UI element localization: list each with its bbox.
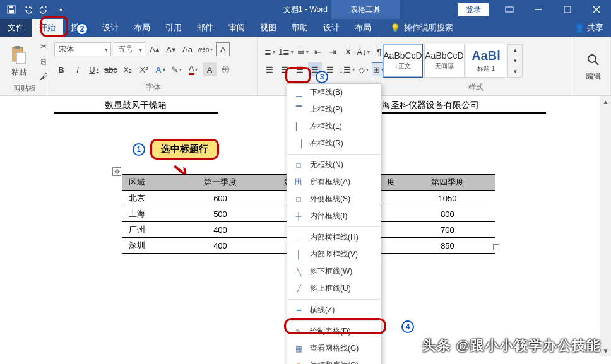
- style-name: 无间隔: [435, 62, 454, 71]
- subscript-button[interactable]: X₂: [121, 62, 134, 76]
- table-resize-handle[interactable]: [493, 244, 499, 250]
- tab-help[interactable]: 帮助: [284, 19, 316, 37]
- redo-icon[interactable]: [37, 2, 52, 17]
- strike-button[interactable]: abc: [104, 62, 118, 76]
- menu-diagonal-down[interactable]: ╲斜下框线(W): [287, 263, 381, 280]
- decrease-indent-icon[interactable]: ⇤: [311, 45, 324, 59]
- paste-button[interactable]: 粘贴: [5, 43, 33, 80]
- tab-mailings[interactable]: 邮件: [189, 19, 221, 37]
- qat-more-icon[interactable]: ▾: [53, 2, 68, 17]
- grow-font-icon[interactable]: A▴: [148, 42, 162, 56]
- table-header: 第一季度: [179, 175, 261, 191]
- align-center-icon[interactable]: ☰: [278, 62, 292, 76]
- phonetic-guide-icon[interactable]: wén: [197, 42, 213, 56]
- undo-icon[interactable]: [20, 2, 35, 17]
- editing-button[interactable]: 编辑: [579, 47, 607, 85]
- menu-draw-table[interactable]: ✎绘制表格(D): [287, 323, 381, 340]
- underline-button[interactable]: U: [87, 62, 101, 76]
- login-button[interactable]: 登录: [458, 3, 489, 16]
- svg-rect-3: [506, 7, 513, 12]
- superscript-button[interactable]: X²: [137, 62, 151, 76]
- tab-review[interactable]: 审阅: [221, 19, 252, 37]
- style-name: 标题 1: [477, 64, 495, 73]
- change-case-icon[interactable]: Aa: [181, 42, 194, 56]
- style-heading1[interactable]: AaBl 标题 1: [466, 44, 506, 78]
- svg-rect-5: [564, 6, 571, 13]
- shading-icon[interactable]: ◇: [357, 62, 371, 76]
- border-icon: □: [294, 194, 304, 204]
- menu-left-border[interactable]: ▏左框线(L): [287, 118, 381, 135]
- character-border-icon[interactable]: A: [216, 42, 230, 56]
- multilevel-list-icon[interactable]: ⩸: [295, 45, 309, 59]
- minimize-icon[interactable]: [524, 0, 553, 19]
- scroll-down-icon[interactable]: ▼: [600, 345, 611, 356]
- tab-table-design[interactable]: 设计: [316, 19, 347, 37]
- menu-no-border[interactable]: □无框线(N): [287, 156, 381, 173]
- close-icon[interactable]: [582, 0, 611, 19]
- maximize-icon[interactable]: [553, 0, 582, 19]
- style-no-spacing[interactable]: AaBbCcD 无间隔: [424, 44, 465, 78]
- sort-icon[interactable]: A↓: [356, 45, 371, 59]
- bullets-icon[interactable]: ≣: [263, 45, 276, 59]
- style-gallery-down-icon[interactable]: ▾: [508, 56, 522, 66]
- enclose-characters-icon[interactable]: ㊥: [219, 62, 233, 76]
- tab-design[interactable]: 设计: [95, 19, 126, 37]
- align-right-icon[interactable]: ☰: [293, 62, 307, 76]
- font-color-icon[interactable]: A: [186, 62, 200, 76]
- text-effects-icon[interactable]: A: [153, 62, 167, 76]
- font-size-select[interactable]: 五号: [114, 42, 145, 56]
- tab-view[interactable]: 视图: [252, 19, 284, 37]
- menu-bottom-border[interactable]: ▁下框线(B): [287, 84, 381, 101]
- menubar: 文件 开始 插入 设计 布局 引用 邮件 审阅 视图 帮助 设计 布局 💡 操作…: [0, 19, 611, 37]
- menu-diagonal-up[interactable]: ╱斜上框线(U): [287, 280, 381, 297]
- line-spacing-icon[interactable]: ↕☰: [338, 62, 355, 76]
- highlight-color-icon[interactable]: ✎: [170, 62, 184, 76]
- menu-horizontal-line[interactable]: ━横线(Z): [287, 302, 381, 319]
- menu-right-border[interactable]: ▕右框线(R): [287, 135, 381, 152]
- character-shading-icon[interactable]: A: [203, 62, 217, 76]
- tab-references[interactable]: 引用: [158, 19, 189, 37]
- menu-inside-v-border[interactable]: │内部竖框线(V): [287, 246, 381, 263]
- increase-indent-icon[interactable]: ⇥: [326, 45, 340, 59]
- menu-inside-borders[interactable]: ┼内部框线(I): [287, 208, 381, 225]
- step-badge-4: 4: [401, 320, 414, 333]
- ribbon-display-icon[interactable]: [495, 0, 524, 19]
- page-icon: ▯: [294, 361, 304, 365]
- tab-home[interactable]: 开始: [32, 19, 63, 37]
- menu-view-gridlines[interactable]: ▦查看网格线(G): [287, 340, 381, 357]
- table-header: 区域: [122, 175, 179, 191]
- cut-icon[interactable]: ✂: [37, 39, 50, 53]
- tab-file[interactable]: 文件: [0, 19, 32, 37]
- table-move-handle[interactable]: ✥: [112, 167, 121, 176]
- vertical-scrollbar[interactable]: ▲ ▼: [600, 96, 611, 356]
- italic-button[interactable]: I: [71, 62, 85, 76]
- style-normal[interactable]: AaBbCcD ↓正文: [383, 44, 423, 78]
- find-icon: [583, 50, 603, 70]
- asian-layout-icon[interactable]: ✕: [341, 45, 355, 59]
- scroll-up-icon[interactable]: ▲: [600, 96, 611, 107]
- menu-inside-h-border[interactable]: ─内部横框线(H): [287, 229, 381, 246]
- numbering-icon[interactable]: 1≣: [278, 45, 294, 59]
- menu-top-border[interactable]: ▔上框线(P): [287, 101, 381, 118]
- tell-me-search[interactable]: 💡 操作说明搜索: [390, 22, 453, 33]
- copy-icon[interactable]: ⎘: [37, 54, 50, 68]
- svg-rect-2: [9, 6, 13, 8]
- shrink-font-icon[interactable]: A▾: [164, 42, 178, 56]
- borders-dropdown-menu: ▁下框线(B) ▔上框线(P) ▏左框线(L) ▕右框线(R) □无框线(N) …: [287, 83, 381, 364]
- share-button[interactable]: 👤 共享: [574, 22, 603, 33]
- format-painter-icon[interactable]: 🖌: [37, 69, 50, 83]
- menu-all-borders[interactable]: 田所有框线(A): [287, 173, 381, 191]
- menu-borders-and-shading[interactable]: ▯边框和底纹(O)...: [287, 357, 381, 364]
- font-name-select[interactable]: 宋体: [54, 42, 111, 56]
- group-font: 宋体 五号 A▴ A▾ Aa wén A B I U abc X₂ X² A ✎…: [49, 37, 258, 95]
- style-gallery-more-icon[interactable]: ▾: [508, 66, 522, 77]
- document-title: 文档1 - Word: [283, 4, 328, 15]
- style-gallery-up-icon[interactable]: ▴: [508, 45, 522, 56]
- align-left-icon[interactable]: ☰: [263, 62, 276, 76]
- menu-outside-borders[interactable]: □外侧框线(S): [287, 191, 381, 208]
- tab-layout[interactable]: 布局: [126, 19, 158, 37]
- save-icon[interactable]: [4, 2, 19, 17]
- tab-table-layout[interactable]: 布局: [347, 19, 379, 37]
- bold-button[interactable]: B: [54, 62, 68, 76]
- clipboard-group-label: 剪贴板: [5, 83, 44, 95]
